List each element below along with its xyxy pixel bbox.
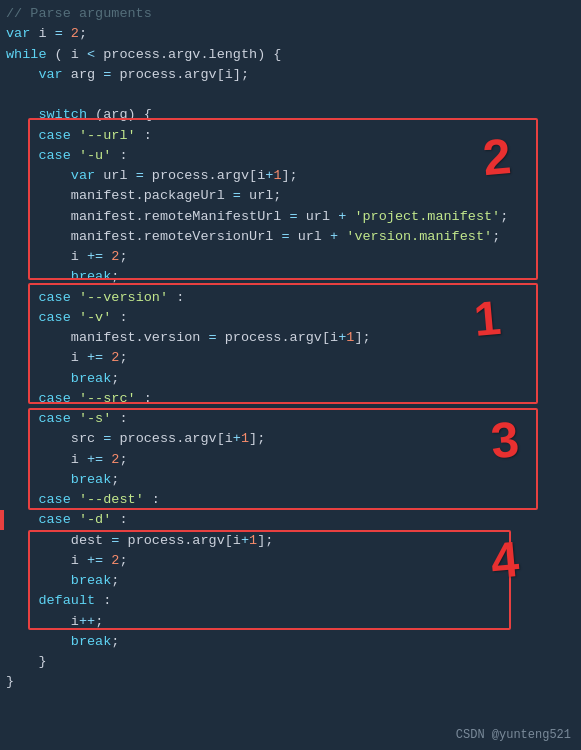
code-line-32: } (6, 652, 575, 672)
code-line-21: src = process.argv[i+1]; (6, 429, 575, 449)
left-marker-dest (0, 510, 4, 530)
code-line-31: break; (6, 632, 575, 652)
code-line-19: case '--src' : (6, 389, 575, 409)
code-line-18: break; (6, 369, 575, 389)
code-line-28: break; (6, 571, 575, 591)
code-line-33: } (6, 672, 575, 692)
code-line-17: i += 2; (6, 348, 575, 368)
code-line-comment: // Parse arguments (6, 4, 575, 24)
code-line-5: switch (arg) { (6, 105, 575, 125)
code-line-14: case '--version' : (6, 288, 575, 308)
code-line-13: break; (6, 267, 575, 287)
code-line-29: default : (6, 591, 575, 611)
code-line-8: var url = process.argv[i+1]; (6, 166, 575, 186)
code-line-27: i += 2; (6, 551, 575, 571)
code-line-9: manifest.packageUrl = url; (6, 186, 575, 206)
code-line-3: var arg = process.argv[i]; (6, 65, 575, 85)
code-line-15: case '-v' : (6, 308, 575, 328)
footer-credit: CSDN @yunteng521 (456, 726, 571, 744)
code-area: // Parse arguments var i = 2; while ( i … (0, 0, 581, 750)
code-line-16: manifest.version = process.argv[i+1]; (6, 328, 575, 348)
code-line-25: case '-d' : (6, 510, 575, 530)
code-line-12: i += 2; (6, 247, 575, 267)
code-line-20: case '-s' : (6, 409, 575, 429)
code-line-22: i += 2; (6, 450, 575, 470)
code-line-4 (6, 85, 575, 105)
code-line-1: var i = 2; (6, 24, 575, 44)
code-line-10: manifest.remoteManifestUrl = url + 'proj… (6, 207, 575, 227)
code-line-26: dest = process.argv[i+1]; (6, 531, 575, 551)
code-line-24: case '--dest' : (6, 490, 575, 510)
code-line-30: i++; (6, 612, 575, 632)
code-line-11: manifest.remoteVersionUrl = url + 'versi… (6, 227, 575, 247)
code-line-7: case '-u' : (6, 146, 575, 166)
code-line-23: break; (6, 470, 575, 490)
code-line-2: while ( i < process.argv.length) { (6, 45, 575, 65)
code-line-6: case '--url' : (6, 126, 575, 146)
code-content: // Parse arguments var i = 2; while ( i … (6, 4, 575, 693)
